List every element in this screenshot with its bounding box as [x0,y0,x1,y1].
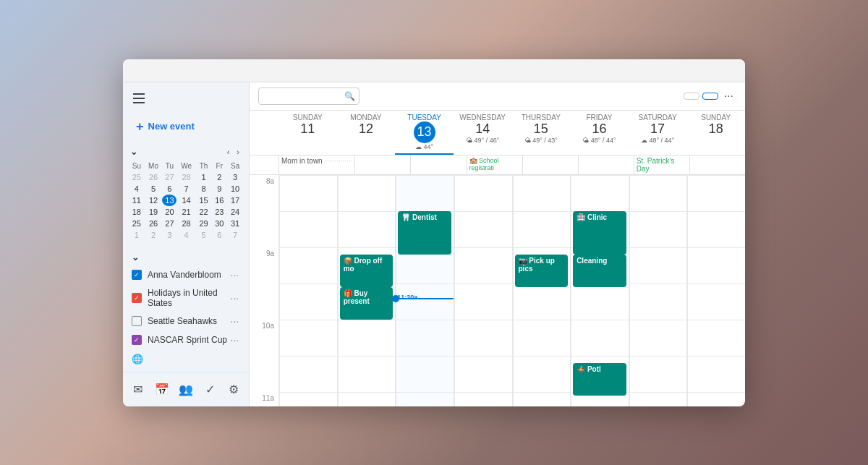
mini-cal-day-2-0[interactable]: 11 [129,195,145,206]
calendars-header[interactable]: ⌄ [130,249,242,265]
mini-cal-day-4-6[interactable]: 31 [227,218,243,229]
mini-cal-day-1-5[interactable]: 9 [211,183,227,195]
search-box[interactable]: 🔍 [258,88,359,105]
time-cell-3-0 [454,175,512,211]
mini-cal-day-1-1[interactable]: 5 [145,183,163,195]
mini-cal-day-4-2[interactable]: 27 [162,218,176,229]
close-btn[interactable] [716,63,736,77]
mini-cal-day-2-4[interactable]: 15 [196,195,212,206]
today-button[interactable] [684,93,699,100]
cal-checkbox-1: ✓ [132,293,142,303]
event-drop-off-mo[interactable]: 📦 Drop off mo [340,255,393,287]
mini-cal-day-5-4[interactable]: 5 [196,229,212,241]
mini-cal-day-5-6[interactable]: 7 [227,229,243,241]
mini-cal-day-0-6[interactable]: 3 [227,171,243,183]
mini-cal-day-0-0[interactable]: 25 [129,171,145,183]
mini-cal-day-2-3[interactable]: 14 [176,195,195,206]
nav-tasks-btn[interactable]: ✓ [198,378,221,401]
mini-cal-day-3-3[interactable]: 21 [176,206,195,218]
mini-cal-day-3-2[interactable]: 20 [162,206,176,218]
mini-cal-day-0-5[interactable]: 2 [211,171,227,183]
event-title: Cleaning [576,257,623,265]
mini-cal-day-3-6[interactable]: 24 [227,206,243,218]
nav-people-btn[interactable]: 👥 [174,378,197,401]
mini-cal-day-1-2[interactable]: 6 [162,183,176,195]
time-grid: 8a9a10a11a12p1p2p3p4p📦 Drop off mo🎁 Buy … [250,175,745,406]
cal-more-1[interactable]: ··· [229,292,240,304]
mini-cal-day-1-3[interactable]: 7 [176,183,195,195]
mini-cal-day-4-5[interactable]: 30 [211,218,227,229]
mini-cal-day-5-1[interactable]: 2 [145,229,163,241]
event-dentist[interactable]: 🦷 Dentist [398,211,451,255]
calendar-item-1[interactable]: ✓Holidays in United States··· [130,284,242,312]
mini-cal-next-btn[interactable]: › [234,146,242,158]
mini-cal-day-0-4[interactable]: 1 [196,171,212,183]
cal-more-3[interactable]: ··· [229,334,240,346]
calendar-item-0[interactable]: ✓Anna Vanderbloom··· [130,265,242,284]
event-title: 🎁 Buy present [344,289,390,305]
day-col-3 [454,175,512,406]
mini-cal-day-2-1[interactable]: 12 [145,195,163,206]
discover-calendars-btn[interactable]: 🌐 [130,349,242,369]
mini-cal-day-3-1[interactable]: 19 [145,206,163,218]
mini-cal-day-2-6[interactable]: 17 [227,195,243,206]
week-button[interactable] [702,93,718,100]
day-header-tue13: Tuesday 13 ☁ 44° [395,111,454,155]
event-buy-present[interactable]: 🎁 Buy present [340,287,393,320]
mini-cal-day-0-3[interactable]: 28 [176,171,195,183]
mini-cal-day-1-0[interactable]: 4 [129,183,145,195]
mini-cal-day-5-3[interactable]: 4 [176,229,195,241]
mini-cal-day-5-0[interactable]: 1 [129,229,145,241]
more-options-btn[interactable]: ··· [721,87,736,106]
calendar-item-3[interactable]: ✓NASCAR Sprint Cup··· [130,330,242,349]
nav-mail-btn[interactable]: ✉ [127,378,150,401]
allday-event-school[interactable]: 🏫 School registrati [469,157,520,171]
mini-cal-day-0-2[interactable]: 27 [162,171,176,183]
day-header-wed14: Wednesday 14 🌤 49° / 46° [454,111,512,155]
hamburger-btn[interactable] [130,88,150,108]
mini-cal-day-3-0[interactable]: 18 [129,206,145,218]
cal-checkbox-2 [132,316,142,326]
time-cell-3-2 [454,247,512,283]
allday-event-mom[interactable]: Mom in town ·············· [281,157,352,165]
mini-cal-expand-icon[interactable]: ⌄ [130,147,137,157]
mini-cal-day-5-5[interactable]: 6 [211,229,227,241]
nav-settings-btn[interactable]: ⚙ [222,378,245,401]
event-cleaning[interactable]: Cleaning [573,255,626,287]
mini-cal-day-4-1[interactable]: 26 [145,218,163,229]
mini-cal-day-0-1[interactable]: 26 [145,171,163,183]
mini-cal-prev-btn[interactable]: ‹ [225,146,232,158]
event-potl[interactable]: 🍲 Potl [573,363,626,396]
event-pick-up-pics[interactable]: 📷 Pick up pics [515,255,569,287]
maximize-btn[interactable] [694,63,715,77]
mini-cal-day-4-4[interactable]: 29 [196,218,212,229]
mini-cal-day-3-4[interactable]: 22 [196,206,212,218]
allday-sun18 [689,155,745,174]
event-clinic[interactable]: 🏥 Clinic [573,211,626,255]
calendar-item-2[interactable]: Seattle Seahawks··· [130,312,242,330]
calendar-list: ✓Anna Vanderbloom···✓Holidays in United … [130,265,242,349]
nav-calendar-btn[interactable]: 📅 [150,378,174,401]
new-event-button[interactable]: + New event [130,116,242,137]
mini-cal-day-3-5[interactable]: 23 [211,206,227,218]
time-cell-3-5 [454,356,512,392]
time-cell-6-4 [629,320,687,356]
mini-cal-day-4-3[interactable]: 28 [176,218,195,229]
day-col-5: 🏥 ClinicCleaning🍲 Potl📅 Mar [570,175,629,406]
time-cell-0-5 [279,356,337,392]
mini-cal-th-tu: Tu [162,161,176,171]
search-input[interactable] [265,91,344,101]
cal-more-0[interactable]: ··· [229,269,240,281]
minimize-btn[interactable] [673,63,693,77]
cal-more-2[interactable]: ··· [229,315,240,327]
time-cell-2-0 [396,175,454,211]
mini-cal-day-2-5[interactable]: 16 [211,195,227,206]
mini-cal-day-5-2[interactable]: 3 [162,229,176,241]
time-cell-1-4 [338,320,396,356]
mini-cal-day-2-2[interactable]: 13 [162,195,176,206]
cal-name-1: Holidays in United States [148,288,229,308]
mini-cal-day-1-6[interactable]: 10 [227,183,243,195]
mini-cal-day-1-4[interactable]: 8 [196,183,212,195]
mini-cal-day-4-0[interactable]: 25 [129,218,145,229]
allday-event-stpat[interactable]: St. Patrick's Day [637,157,687,173]
